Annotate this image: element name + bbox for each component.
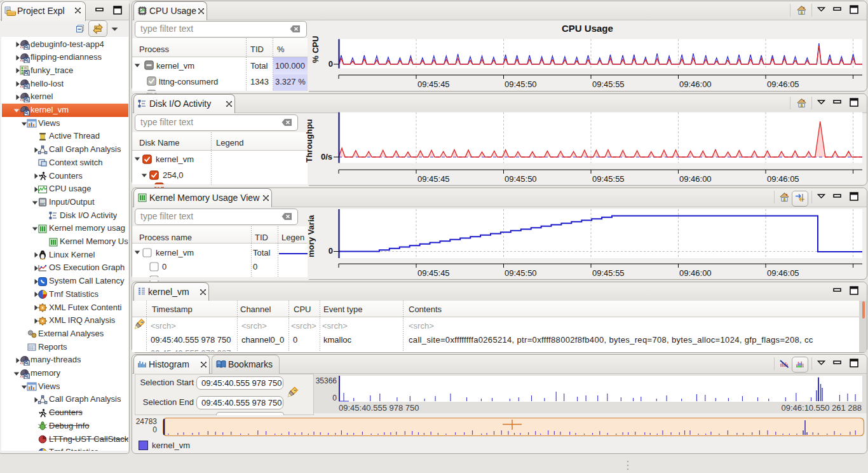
svg-text:X: X: [41, 306, 44, 310]
svg-text:X: X: [41, 319, 44, 323]
